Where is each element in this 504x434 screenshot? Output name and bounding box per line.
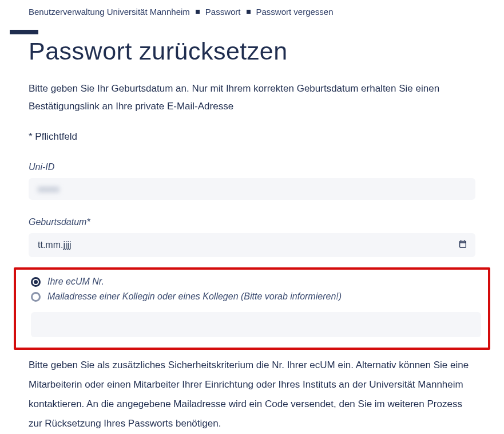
security-option-highlight: Ihre ecUM Nr. Mailadresse einer Kollegin… bbox=[14, 267, 490, 350]
breadcrumb-separator-icon bbox=[247, 10, 251, 14]
radio-selected-icon bbox=[31, 277, 41, 287]
breadcrumb-item-2[interactable]: Passwort bbox=[205, 7, 241, 17]
dob-input[interactable] bbox=[29, 233, 475, 257]
intro-text: Bitte geben Sie Ihr Geburtsdatum an. Nur… bbox=[29, 80, 475, 115]
uni-id-field[interactable]: xxxxx bbox=[29, 178, 475, 200]
radio-label-mail: Mailadresse einer Kollegin oder eines Ko… bbox=[47, 291, 342, 302]
uni-id-label: Uni-ID bbox=[29, 162, 475, 172]
dob-label: Geburtsdatum* bbox=[29, 217, 475, 227]
breadcrumb-item-1[interactable]: Benutzerverwaltung Universität Mannheim bbox=[29, 7, 190, 17]
breadcrumb: Benutzerverwaltung Universität Mannheim … bbox=[0, 0, 504, 27]
help-text: Bitte geben Sie als zusätzliches Sicherh… bbox=[29, 356, 475, 433]
breadcrumb-item-3: Passwort vergessen bbox=[256, 7, 334, 17]
accent-bar bbox=[10, 30, 38, 34]
radio-option-ecum[interactable]: Ihre ecUM Nr. bbox=[23, 277, 481, 287]
breadcrumb-separator-icon bbox=[196, 10, 200, 14]
radio-unselected-icon bbox=[31, 292, 41, 302]
radio-option-mail[interactable]: Mailadresse einer Kollegin oder eines Ko… bbox=[23, 291, 481, 302]
required-note: * Pflichtfeld bbox=[29, 131, 475, 143]
radio-label-ecum: Ihre ecUM Nr. bbox=[47, 277, 104, 287]
security-value-input[interactable] bbox=[31, 312, 481, 337]
uni-id-value: xxxxx bbox=[38, 184, 59, 194]
page-title: Passwort zurücksetzen bbox=[29, 37, 475, 65]
